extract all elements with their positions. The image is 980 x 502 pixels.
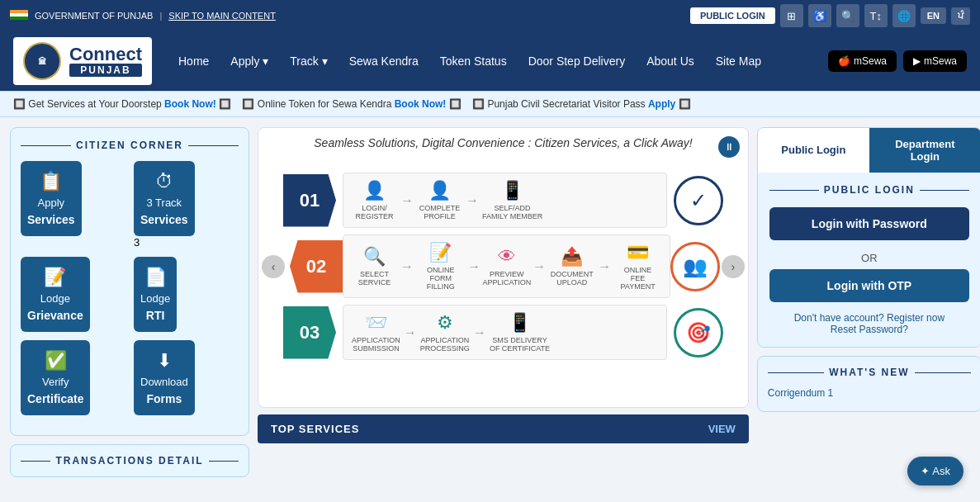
nav-about-us[interactable]: About Us: [637, 48, 704, 74]
lang-pa-btn[interactable]: ਪੰ: [951, 7, 970, 25]
nav-site-map[interactable]: Site Map: [706, 48, 771, 74]
login-tabs: Public Login Department Login: [758, 128, 980, 173]
form-icon: 📝: [429, 242, 452, 263]
track-services-wrapper: ⏱ 3 Track Services 3: [134, 161, 239, 249]
arrow4: →: [466, 259, 482, 274]
grievance-label2: Grievance: [27, 309, 83, 322]
profile-label: COMPLETEPROFILE: [419, 204, 461, 220]
sms-icon: 📱: [509, 312, 531, 334]
top-services-view-btn[interactable]: VIEW: [708, 423, 736, 435]
top-services-label: TOP SERVICES: [271, 423, 359, 435]
top-bar-left: GOVERNMENT OF PUNJAB | SKIP TO MAIN CONT…: [10, 10, 276, 21]
step2-payment: 💳 ONLINEFEE PAYMENT: [614, 242, 661, 291]
nav-sewa-kendra[interactable]: Sewa Kendra: [339, 48, 428, 74]
slideshow: Seamless Solutions, Digital Convenience …: [258, 127, 749, 408]
citizen-corner-title: CITIZEN CORNER: [21, 140, 239, 151]
login-password-btn[interactable]: Login with Password: [769, 207, 969, 240]
accessibility-icon-btn[interactable]: ♿: [808, 4, 831, 27]
step-3-icons: 📨 APPLICATIONSUBMISSION → ⚙ APPLICATIONP…: [343, 305, 667, 360]
dept-login-tab[interactable]: Department Login: [869, 128, 980, 173]
search-icon-btn[interactable]: 🔍: [836, 4, 859, 27]
whats-new: WHAT'S NEW Corrigendum 1: [757, 356, 980, 412]
pause-btn[interactable]: ⏸: [718, 136, 740, 158]
nav-door-step[interactable]: Door Step Delivery: [518, 48, 636, 74]
nav-home[interactable]: Home: [168, 48, 219, 74]
lodge-rti-btn[interactable]: 📄 Lodge RTI: [134, 257, 177, 332]
step-3-end: 🎯: [674, 308, 723, 358]
download-label1: Download: [140, 376, 188, 388]
ticker-text2: Online Token for Sewa Kendra: [258, 98, 395, 110]
cc-grid: 📋 Apply Services ⏱ 3 Track Services 3: [21, 161, 239, 415]
step3-process: ⚙ APPLICATIONPROCESSING: [420, 312, 470, 353]
select-label: SELECTSERVICE: [358, 270, 391, 287]
upload-icon: 📤: [561, 246, 583, 268]
citizen-corner: CITIZEN CORNER 📋 Apply Services ⏱ 3 Trac…: [10, 127, 249, 436]
lang-en-btn[interactable]: EN: [921, 7, 946, 24]
arrow5: →: [531, 259, 547, 274]
login-body: PUBLIC LOGIN Login with Password OR Logi…: [758, 173, 980, 347]
submit-label: APPLICATIONSUBMISSION: [352, 336, 400, 353]
translate-icon-btn[interactable]: 🌐: [892, 4, 916, 27]
step-2-icons: 🔍 SELECTSERVICE → 📝 ONLINEFORM FILLING →…: [343, 234, 670, 298]
reset-password-link[interactable]: Reset Password?: [831, 324, 908, 335]
register-link[interactable]: Don't have account? Register now: [794, 312, 944, 324]
login-icon: 👤: [363, 180, 386, 201]
apply-services-btn[interactable]: 📋 Apply Services: [21, 161, 82, 236]
verify-cert-wrapper: ✅ Verify Certificate: [21, 340, 125, 415]
download-label2: Forms: [147, 392, 182, 405]
top-bar-right: PUBLIC LOGIN ⊞ ♿ 🔍 T↕ 🌐 EN ਪੰ: [690, 4, 970, 27]
login-otp-btn[interactable]: Login with OTP: [769, 269, 969, 302]
public-login-topbar-btn[interactable]: PUBLIC LOGIN: [690, 7, 775, 24]
preview-icon: 👁: [498, 246, 516, 268]
nav-track[interactable]: Track ▾: [280, 48, 337, 74]
step-1-end: ✓: [674, 176, 723, 225]
ticker-booknow2[interactable]: Book Now!: [395, 98, 447, 110]
track-label2: Services: [140, 213, 188, 226]
right-panel: Public Login Department Login PUBLIC LOG…: [757, 127, 980, 412]
org-chart-icon-btn[interactable]: ⊞: [780, 4, 803, 27]
ticker-booknow1[interactable]: Book Now!: [164, 98, 216, 110]
skip-link[interactable]: SKIP TO MAIN CONTENT: [168, 11, 276, 21]
download-forms-wrapper: ⬇ Download Forms: [134, 340, 239, 415]
login-label: LOGIN/REGISTER: [355, 204, 393, 220]
arrow1: →: [399, 193, 415, 208]
step-row-1: 01 👤 LOGIN/REGISTER → 👤 COMPLETEPROFILE …: [283, 173, 723, 228]
divider: |: [159, 11, 162, 21]
step2-form: 📝 ONLINEFORM FILLING: [417, 242, 464, 291]
nav-token-status[interactable]: Token Status: [430, 48, 517, 74]
step-row-2: 👥 🔍 SELECTSERVICE → 📝 ONLINEFORM FILLING…: [283, 234, 723, 298]
logo-punjab: PUNJAB: [69, 64, 142, 77]
slide-content: ‹ › 01 👤 LOGIN/REGISTER → 👤 COMPLETEPROF…: [258, 158, 748, 375]
step3-submit: 📨 APPLICATIONSUBMISSION: [352, 312, 400, 353]
slide-next-btn[interactable]: ›: [722, 255, 745, 278]
process-icon: ⚙: [437, 312, 453, 334]
preview-label: PREVIEWAPPLICATION: [482, 270, 531, 287]
ticker-text1: Get Services at Your Doorstep: [28, 98, 164, 110]
arrow7: →: [402, 325, 419, 340]
verify-cert-btn[interactable]: ✅ Verify Certificate: [21, 340, 90, 415]
track-services-btn[interactable]: ⏱ 3 Track Services: [134, 161, 195, 236]
download-forms-btn[interactable]: ⬇ Download Forms: [134, 340, 195, 415]
android-msewa-btn[interactable]: ▶ mSewa: [903, 50, 967, 72]
sms-label: SMS DELIVERYOF CERTIFICATE: [490, 336, 550, 353]
lodge-grievance-btn[interactable]: 📝 Lodge Grievance: [21, 257, 90, 332]
step-row-3: 03 📨 APPLICATIONSUBMISSION → ⚙ APPLICATI…: [283, 305, 723, 360]
nav-links: Home Apply ▾ Track ▾ Sewa Kendra Token S…: [168, 48, 828, 74]
ask-btn[interactable]: ✦ Ask: [907, 457, 963, 485]
step-num-1: 01: [283, 174, 336, 227]
login-panel: Public Login Department Login PUBLIC LOG…: [757, 127, 980, 348]
ticker-apply[interactable]: Apply: [648, 98, 675, 110]
step3-sms: 📱 SMS DELIVERYOF CERTIFICATE: [490, 312, 550, 353]
login-links: Don't have account? Register now Reset P…: [769, 312, 969, 335]
whats-new-item-1[interactable]: Corrigendum 1: [768, 385, 971, 401]
step-num-2: 02: [290, 240, 343, 293]
family-label: SELF/ADDFAMILY MEMBER: [482, 204, 542, 220]
public-login-tab[interactable]: Public Login: [758, 128, 869, 173]
apple-msewa-btn[interactable]: 🍎 mSewa: [828, 50, 897, 72]
font-size-icon-btn[interactable]: T↕: [864, 4, 888, 27]
nav-apply[interactable]: Apply ▾: [220, 48, 278, 74]
slide-prev-btn[interactable]: ‹: [262, 255, 285, 278]
step2-upload: 📤 DOCUMENTUPLOAD: [549, 246, 594, 287]
track-label1: 3 Track: [146, 197, 182, 209]
gov-label: GOVERNMENT OF PUNJAB: [35, 11, 153, 21]
